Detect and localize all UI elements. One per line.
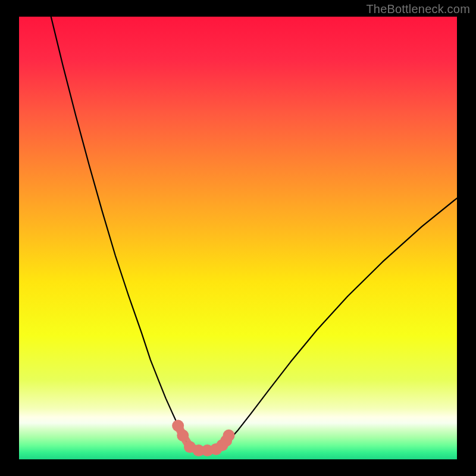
watermark-text: TheBottleneck.com xyxy=(366,2,470,16)
bottleneck-chart xyxy=(0,0,476,476)
chart-frame: TheBottleneck.com xyxy=(0,0,476,476)
plot-background xyxy=(19,17,457,459)
valley-point xyxy=(177,430,189,441)
valley-point xyxy=(223,430,235,441)
